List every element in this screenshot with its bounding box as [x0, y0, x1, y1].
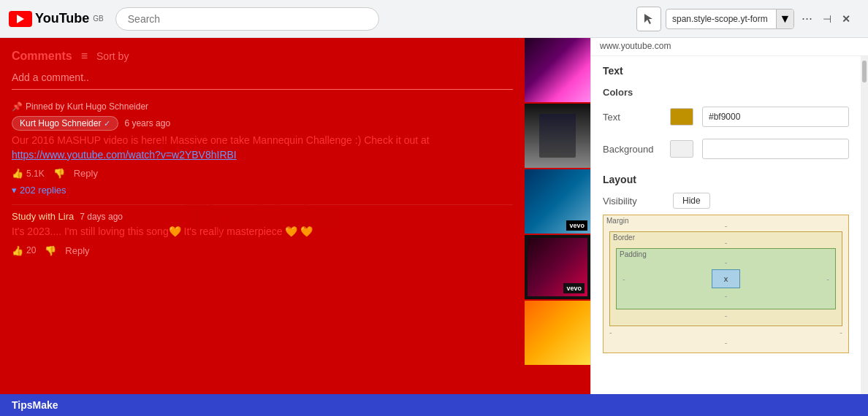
visibility-row: Visibility Hide [591, 190, 861, 215]
comment1-author-name: Kurt Hugo Schneider [20, 118, 101, 128]
comment1-author-chip[interactable]: Kurt Hugo Schneider ✓ [12, 116, 118, 131]
inspector-panel: www.youtube.com Text Colors Text Backgro… [590, 38, 868, 394]
text-color-swatch[interactable] [670, 108, 693, 126]
verified-icon: ✓ [104, 119, 110, 128]
comment2-dislike-button[interactable]: 👎 [45, 245, 56, 256]
thumbnail-2[interactable] [525, 104, 590, 169]
comment2-time: 7 days ago [80, 212, 123, 222]
padding-box: Padding - - x - [616, 248, 836, 309]
comment2-author-row: Study with Lira 7 days ago [12, 211, 513, 222]
comment1-time: 6 years ago [124, 118, 170, 128]
content-x-label: x [717, 273, 736, 285]
add-comment-box[interactable]: Add a comment.. [12, 72, 513, 90]
padding-left-value: - [623, 274, 625, 283]
margin-top-value: - [725, 221, 728, 230]
margin-right-value: - [840, 328, 842, 336]
background-color-label: Background [603, 144, 661, 155]
inspector-scrollbar[interactable] [861, 56, 868, 394]
main-area: Comments ≡ Sort by Add a comment.. 📌 Pin… [0, 38, 868, 394]
thumbnails-column: vevo vevo [525, 38, 590, 394]
inspector-url-text: www.youtube.com [600, 41, 671, 51]
comments-title: Comments [12, 50, 72, 63]
browser-topbar: YouTubeGB span.style-scope.yt-form ▼ ···… [0, 0, 868, 38]
cursor-tool-button[interactable] [636, 7, 661, 31]
comment1-actions: 👍 5.1K 👎 Reply [12, 168, 513, 179]
text-color-label: Text [603, 112, 661, 123]
pinned-comment-block: Kurt Hugo Schneider ✓ 6 years ago Our 20… [12, 116, 513, 196]
border-box: Border - Padding - - [609, 231, 842, 326]
browser-menu-button[interactable]: ··· [799, 11, 815, 26]
youtube-logo: YouTubeGB [9, 11, 104, 27]
margin-left-value: - [609, 328, 612, 336]
inspector-url-bar: www.youtube.com [591, 38, 868, 56]
margin-label: Margin [606, 217, 629, 225]
sort-by-label[interactable]: Sort by [96, 50, 129, 62]
inspector-text-section-header: Text [591, 56, 861, 81]
hide-button[interactable]: Hide [673, 193, 710, 209]
text-color-row: Text [591, 101, 861, 133]
pinned-text: Pinned by Kurt Hugo Schneider [26, 101, 148, 112]
content-box: x [712, 269, 741, 288]
border-label: Border [613, 234, 635, 242]
bottom-bar: TipsMake [0, 394, 868, 416]
comment-divider [12, 204, 513, 205]
browser-pin-button[interactable]: ⊣ [820, 13, 834, 25]
search-input[interactable] [115, 7, 380, 31]
background-color-swatch[interactable] [670, 140, 693, 158]
comment1-main-text: Our 2016 MASHUP video is here!! Massive … [12, 134, 430, 146]
comment2-text: It's 2023.... I'm still loving this song… [12, 225, 513, 239]
comments-section: Comments ≡ Sort by Add a comment.. 📌 Pin… [0, 38, 525, 394]
margin-box: Margin - Border - Padding [603, 215, 849, 353]
padding-top-value: - [725, 258, 728, 266]
box-model-diagram: Margin - Border - Padding [603, 215, 849, 353]
browser-close-button[interactable]: ✕ [839, 13, 853, 25]
element-selector-arrow[interactable]: ▼ [776, 9, 793, 29]
element-selector[interactable]: span.style-scope.yt-form ▼ [666, 9, 794, 29]
element-selector-text: span.style-scope.yt-form [666, 14, 776, 24]
border-bottom-value: - [725, 311, 728, 320]
comment2-like-button[interactable]: 👍 20 [12, 245, 36, 256]
border-top-value: - [725, 238, 728, 247]
scroll-thumb[interactable] [862, 61, 867, 82]
add-comment-placeholder: Add a comment.. [12, 72, 89, 83]
pinned-label: 📌 Pinned by Kurt Hugo Schneider [12, 101, 513, 112]
visibility-label: Visibility [603, 196, 661, 207]
comment2-like-count: 20 [26, 245, 36, 255]
background-color-input[interactable] [702, 139, 849, 159]
sort-icon[interactable]: ≡ [81, 50, 88, 63]
comment2-reply-button[interactable]: Reply [65, 245, 89, 256]
padding-right-value: - [826, 274, 829, 283]
padding-bottom-value: - [725, 291, 728, 300]
comment2-actions: 👍 20 👎 Reply [12, 245, 513, 256]
like-button[interactable]: 👍 5.1K [12, 168, 45, 179]
thumbnail-5[interactable] [525, 301, 590, 366]
dislike-button[interactable]: 👎 [53, 168, 65, 179]
text-color-input[interactable] [702, 107, 849, 127]
background-color-row: Background [591, 133, 861, 165]
youtube-brand-text: YouTube [35, 11, 89, 26]
pin-icon: 📌 [12, 101, 23, 112]
comment1-text: Our 2016 MASHUP video is here!! Massive … [12, 134, 513, 162]
replies-count: 202 replies [20, 185, 66, 196]
thumbnail-3[interactable]: vevo [525, 169, 590, 235]
inspector-body: Text Colors Text Background Layout [591, 56, 861, 394]
inspector-layout-header: Layout [591, 165, 861, 190]
comment1-author-row: Kurt Hugo Schneider ✓ 6 years ago [12, 116, 513, 131]
reply-button[interactable]: Reply [74, 168, 98, 179]
comments-header: Comments ≡ Sort by [12, 50, 513, 63]
replies-toggle-button[interactable]: ▾ 202 replies [12, 185, 513, 196]
comment2-author-name[interactable]: Study with Lira [12, 211, 74, 222]
chevron-down-icon: ▾ [12, 185, 17, 196]
comment1-link[interactable]: https://www.youtube.com/watch?v=w2YBV8hI… [12, 149, 237, 161]
bottom-bar-label: TipsMake [12, 399, 58, 411]
margin-bottom-value: - [725, 338, 728, 347]
youtube-gb-label: GB [93, 15, 103, 23]
comment2-block: Study with Lira 7 days ago It's 2023....… [12, 211, 513, 256]
colors-section-label: Colors [591, 81, 861, 101]
inspector-topbar: span.style-scope.yt-form ▼ ··· ⊣ ✕ [631, 7, 859, 31]
youtube-icon [9, 11, 32, 27]
padding-label: Padding [620, 250, 647, 258]
thumbnail-1[interactable] [525, 38, 590, 104]
thumbnail-4[interactable]: vevo [525, 235, 590, 301]
like-count: 5.1K [26, 169, 45, 179]
